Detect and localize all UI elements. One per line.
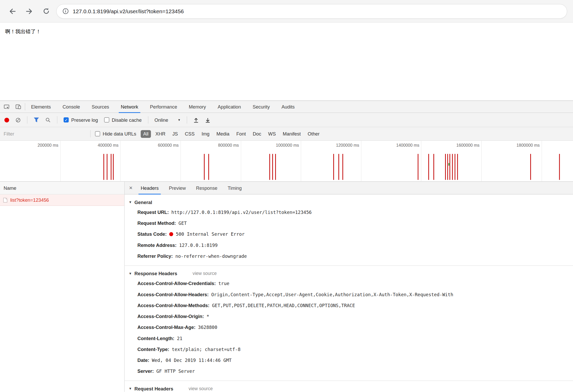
devtools-tab[interactable]: Application [212, 101, 247, 113]
timeline-error-bar [433, 154, 434, 180]
request-rows: list?token=123456 [0, 194, 124, 392]
view-source-link[interactable]: view source [189, 386, 213, 391]
header-name: Server: [137, 368, 154, 374]
timeline-error-bar [559, 154, 560, 180]
view-source-link[interactable]: view source [193, 271, 217, 276]
general-section: ▼ General Request URL:http://127.0.0.1:8… [125, 194, 573, 265]
search-icon[interactable] [45, 117, 51, 123]
details-tabs: Headers Preview Response Timing [135, 182, 247, 194]
header-name: Referrer Policy: [137, 253, 173, 259]
header-field: Access-Control-Max-Age:3628800 [125, 322, 573, 333]
header-value: no-referrer-when-downgrade [175, 253, 247, 259]
close-icon[interactable]: × [126, 182, 136, 194]
header-name: Access-Control-Allow-Origin: [137, 314, 204, 319]
devtools-tab[interactable]: Sources [86, 101, 115, 113]
header-name: Request Method: [137, 220, 176, 226]
header-field: Server:GF HTTP Server [125, 366, 573, 377]
clear-network-log-icon[interactable] [15, 117, 21, 123]
resource-type-filter[interactable]: Other [305, 130, 322, 138]
header-field: Referrer Policy:no-referrer-when-downgra… [125, 251, 573, 262]
separator [187, 116, 187, 124]
throttling-dropdown[interactable]: Online ▼ [154, 117, 181, 123]
import-har-icon[interactable] [193, 117, 199, 123]
devtools-tab[interactable]: Elements [25, 101, 57, 113]
export-har-icon[interactable] [205, 117, 210, 123]
request-details-panel: × Headers Preview Response Timing [125, 182, 573, 392]
devtools-left-icons [0, 101, 25, 113]
resource-type-filter[interactable]: Font [234, 130, 248, 138]
hide-data-urls-checkbox[interactable]: Hide data URLs [95, 131, 136, 137]
resource-type-filter[interactable]: All [141, 130, 151, 138]
timeline-error-bar [452, 154, 453, 180]
timeline-error-bar [445, 154, 446, 180]
request-headers-section-header[interactable]: ▼ Request Headers view source [125, 384, 573, 392]
device-toolbar-icon[interactable] [15, 104, 21, 110]
name-column-header[interactable]: Name [0, 182, 124, 194]
response-headers-section: ▼ Response Headers view source Access-Co… [125, 265, 573, 381]
resource-type-filter[interactable]: Media [214, 130, 232, 138]
resource-type-filter[interactable]: WS [265, 130, 278, 138]
devtools-tab[interactable]: Console [57, 101, 86, 113]
header-value: true [218, 281, 229, 286]
devtools-tab[interactable]: Audits [276, 101, 301, 113]
forward-button[interactable] [23, 5, 36, 18]
header-field: Access-Control-Allow-Methods:GET,PUT,POS… [125, 300, 573, 311]
timeline-bars [0, 141, 573, 181]
header-name: Access-Control-Allow-Headers: [137, 292, 209, 297]
details-tab[interactable]: Timing [222, 182, 247, 194]
page-info-icon[interactable] [63, 8, 69, 14]
separator [27, 116, 27, 124]
document-icon [3, 198, 7, 202]
checkbox-unchecked-icon [104, 117, 109, 123]
response-headers-section-header[interactable]: ▼ Response Headers view source [125, 269, 573, 278]
resource-type-filter[interactable]: Img [199, 130, 212, 138]
header-field: Status Code:500 Internal Server Error [125, 229, 573, 240]
details-tab[interactable]: Response [191, 182, 223, 194]
chevron-down-icon: ▼ [178, 118, 181, 122]
record-network-log-icon[interactable] [4, 118, 9, 122]
devtools-tab[interactable]: Performance [144, 101, 183, 113]
timeline-error-bar [113, 154, 114, 180]
timeline-error-bar [111, 154, 112, 180]
header-value: http://127.0.0.1:8199/api.v2/user/list?t… [171, 209, 311, 215]
network-overview-timeline[interactable]: 200000 ms 400000 ms 600000 ms 80 [0, 141, 573, 182]
details-tabbar: × Headers Preview Response Timing [125, 182, 573, 194]
timeline-error-bar [107, 154, 107, 180]
resource-type-filter[interactable]: CSS [182, 130, 197, 138]
resource-type-filter[interactable]: Doc [250, 130, 264, 138]
timeline-error-bar [455, 154, 455, 180]
name-column-label: Name [4, 185, 16, 191]
browser-toolbar: 127.0.0.1:8199/api.v2/user/list?token=12… [0, 0, 573, 23]
devtools-tab[interactable]: Security [247, 101, 276, 113]
general-section-header[interactable]: ▼ General [125, 197, 573, 207]
inspect-element-icon[interactable] [4, 104, 10, 110]
reload-button[interactable] [39, 5, 53, 18]
resource-type-filter[interactable]: XHR [153, 130, 168, 138]
back-button[interactable] [6, 5, 19, 18]
section-title: Request Headers [134, 386, 173, 391]
filter-input[interactable] [4, 131, 86, 137]
separator [57, 116, 57, 124]
preserve-log-checkbox[interactable]: ✓ Preserve log [64, 117, 98, 123]
page-body-text: 啊！我出错了！ [5, 29, 41, 35]
devtools-tab[interactable]: Memory [183, 101, 212, 113]
resource-type-filter[interactable]: Manifest [280, 130, 303, 138]
details-tab[interactable]: Headers [135, 182, 164, 194]
status-red-dot-icon [169, 232, 173, 236]
timeline-success-tick [448, 163, 450, 166]
general-items: Request URL:http://127.0.0.1:8199/api.v2… [125, 207, 573, 262]
address-bar[interactable]: 127.0.0.1:8199/api.v2/user/list?token=12… [56, 4, 567, 18]
header-value: GF HTTP Server [156, 368, 195, 374]
details-tab[interactable]: Preview [164, 182, 191, 194]
network-request-row[interactable]: list?token=123456 [0, 194, 124, 206]
header-field: Access-Control-Allow-Origin:* [125, 311, 573, 322]
header-name: Access-Control-Max-Age: [137, 325, 195, 330]
disable-cache-checkbox[interactable]: Disable cache [104, 117, 142, 123]
timeline-error-bar [269, 154, 270, 180]
resource-type-filter[interactable]: JS [170, 130, 180, 138]
checkbox-checked-icon: ✓ [64, 117, 69, 123]
devtools-tab[interactable]: Network [115, 101, 144, 113]
filter-funnel-icon[interactable] [34, 117, 39, 123]
timeline-error-bar [204, 154, 205, 180]
timeline-error-bar [449, 154, 450, 180]
